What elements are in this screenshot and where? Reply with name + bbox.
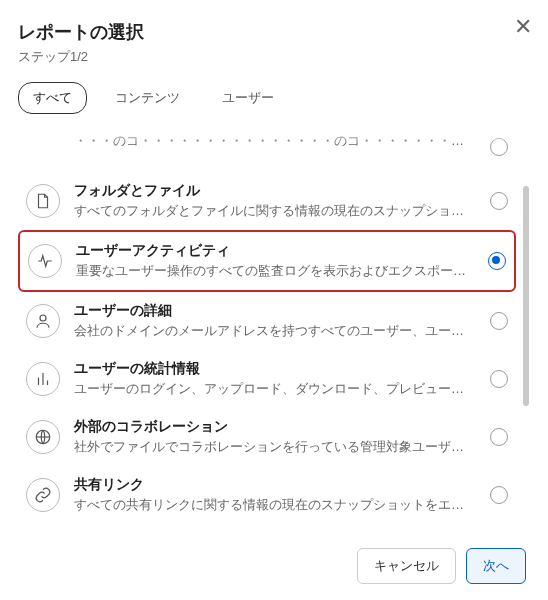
globe-icon	[26, 420, 60, 454]
close-icon: ✕	[514, 14, 532, 39]
row-body: ユーザーの詳細 会社のドメインのメールアドレスを持つすべてのユーザー、ユーザ…	[74, 302, 476, 340]
report-select-modal: レポートの選択 ステップ1/2 ✕ すべて コンテンツ ユーザー ・・・のコ・・…	[0, 0, 548, 600]
row-title: ユーザーアクティビティ	[76, 242, 474, 260]
report-row-shared-links[interactable]: 共有リンク すべての共有リンクに関する情報の現在のスナップショットをエクス…	[18, 466, 516, 524]
scrollbar-thumb[interactable]	[523, 186, 529, 406]
row-body: フォルダとファイル すべてのフォルダとファイルに関する情報の現在のスナップショッ…	[74, 182, 476, 220]
row-desc: ユーザーのログイン、アップロード、ダウンロード、プレビュー、編…	[74, 380, 476, 398]
report-list[interactable]: ・・・のコ・・・・・・・・・・・・・・・のコ・・・・・・・・・・ フォルダとファ…	[18, 126, 530, 532]
row-desc: すべての共有リンクに関する情報の現在のスナップショットをエクス…	[74, 496, 476, 514]
report-row-external-collab[interactable]: 外部のコラボレーション 社外でファイルでコラボレーションを行っている管理対象ユー…	[18, 408, 516, 466]
radio-partial[interactable]	[490, 138, 508, 156]
report-list-wrap: ・・・のコ・・・・・・・・・・・・・・・のコ・・・・・・・・・・ フォルダとファ…	[18, 126, 530, 532]
folder-document-icon	[26, 184, 60, 218]
report-row-partial[interactable]: ・・・のコ・・・・・・・・・・・・・・・のコ・・・・・・・・・・	[18, 126, 516, 172]
row-title: 共有リンク	[74, 476, 476, 494]
radio-shared[interactable]	[490, 486, 508, 504]
scrollbar[interactable]	[522, 126, 530, 532]
row-desc: 会社のドメインのメールアドレスを持つすべてのユーザー、ユーザ…	[74, 322, 476, 340]
radio-stats[interactable]	[490, 370, 508, 388]
report-row-folders[interactable]: フォルダとファイル すべてのフォルダとファイルに関する情報の現在のスナップショッ…	[18, 172, 516, 230]
row-title: フォルダとファイル	[74, 182, 476, 200]
report-row-user-details[interactable]: ユーザーの詳細 会社のドメインのメールアドレスを持つすべてのユーザー、ユーザ…	[18, 292, 516, 350]
report-row-user-activity[interactable]: ユーザーアクティビティ 重要なユーザー操作のすべての監査ログを表示およびエクスポ…	[18, 230, 516, 292]
radio-details[interactable]	[490, 312, 508, 330]
svg-point-0	[40, 315, 46, 321]
row-title: 外部のコラボレーション	[74, 418, 476, 436]
radio-collab[interactable]	[490, 428, 508, 446]
row-body: 共有リンク すべての共有リンクに関する情報の現在のスナップショットをエクス…	[74, 476, 476, 514]
activity-pulse-icon	[28, 244, 62, 278]
row-title: ユーザーの詳細	[74, 302, 476, 320]
cancel-button[interactable]: キャンセル	[357, 548, 456, 584]
radio-activity[interactable]	[488, 252, 506, 270]
bar-chart-icon	[26, 362, 60, 396]
row-body: 外部のコラボレーション 社外でファイルでコラボレーションを行っている管理対象ユー…	[74, 418, 476, 456]
report-row-user-stats[interactable]: ユーザーの統計情報 ユーザーのログイン、アップロード、ダウンロード、プレビュー、…	[18, 350, 516, 408]
modal-footer: キャンセル 次へ	[18, 532, 530, 600]
close-button[interactable]: ✕	[514, 16, 532, 38]
report-row-trash[interactable]: 廃棄 特定の期間内にリテンションポリシーによって廃棄されるコンテンツ…	[18, 524, 516, 532]
row-desc: 社外でファイルでコラボレーションを行っている管理対象ユーザーに…	[74, 438, 476, 456]
modal-header: レポートの選択 ステップ1/2 ✕	[18, 20, 530, 66]
radio-folders[interactable]	[490, 192, 508, 210]
next-button[interactable]: 次へ	[466, 548, 526, 584]
filter-tabs: すべて コンテンツ ユーザー	[18, 82, 530, 114]
step-indicator: ステップ1/2	[18, 48, 530, 66]
row-desc: すべてのフォルダとファイルに関する情報の現在のスナップショット…	[74, 202, 476, 220]
tab-content[interactable]: コンテンツ	[101, 83, 194, 113]
modal-title: レポートの選択	[18, 20, 530, 44]
tab-user[interactable]: ユーザー	[208, 83, 288, 113]
row-desc: 重要なユーザー操作のすべての監査ログを表示およびエクスポートし…	[76, 262, 474, 280]
user-icon	[26, 304, 60, 338]
partial-desc: ・・・のコ・・・・・・・・・・・・・・・のコ・・・・・・・・・・	[74, 132, 476, 150]
tab-all[interactable]: すべて	[18, 82, 87, 114]
link-icon	[26, 478, 60, 512]
row-title: ユーザーの統計情報	[74, 360, 476, 378]
row-body: ユーザーの統計情報 ユーザーのログイン、アップロード、ダウンロード、プレビュー、…	[74, 360, 476, 398]
row-body: ユーザーアクティビティ 重要なユーザー操作のすべての監査ログを表示およびエクスポ…	[76, 242, 474, 280]
